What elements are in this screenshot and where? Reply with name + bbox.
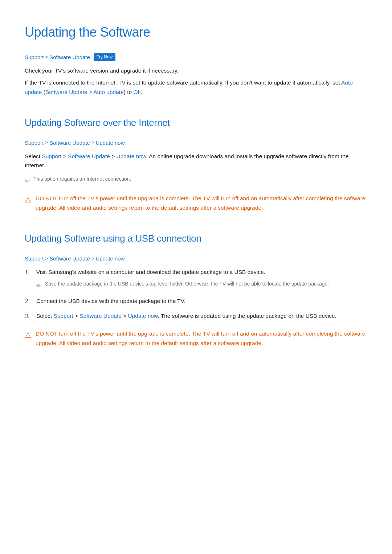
section1-body: Select Support > Software Update > Updat… — [25, 152, 367, 170]
s2-step3-software-update[interactable]: Software Update — [79, 313, 121, 319]
intro-sep-mid: > — [87, 89, 93, 95]
page-title: Updating the Software — [25, 22, 367, 43]
warning-icon-s2: ⚠ — [25, 329, 31, 341]
step-2-content: Connect the USB device with the update p… — [36, 296, 367, 306]
intro-off-link[interactable]: Off — [133, 89, 140, 95]
intro-p2-end: ) to — [124, 89, 134, 95]
step-1-content: Visit Samsung's website on a computer an… — [36, 267, 367, 291]
warning-icon: ⚠ — [25, 194, 31, 206]
section2-breadcrumb: Support > Software Update > Update now — [25, 254, 367, 263]
s2-step3-update-now[interactable]: Update now — [128, 313, 158, 319]
s1-breadcrumb-support[interactable]: Support — [25, 139, 44, 147]
s1-sep2: > — [91, 139, 94, 147]
section1-breadcrumb: Support > Software Update > Update now — [25, 139, 367, 147]
s2-sep2: > — [91, 255, 94, 263]
s2-breadcrumb-software-update[interactable]: Software Update — [49, 254, 90, 263]
step-1-number: 1. — [25, 267, 32, 277]
step-3-content: Select Support > Software Update > Updat… — [36, 311, 367, 321]
step-1: 1. Visit Samsung's website on a computer… — [25, 267, 367, 291]
pencil-icon-s2: ✏ — [36, 281, 41, 291]
s2-step3-sep1: > — [73, 313, 80, 319]
s1-sep1: > — [45, 139, 48, 147]
s1-software-update-link[interactable]: Software Update — [68, 153, 110, 159]
section1-warning: ⚠ DO NOT turn off the TV's power until t… — [25, 194, 367, 212]
step-3: 3. Select Support > Software Update > Up… — [25, 311, 367, 321]
intro-software-update-link[interactable]: Software Update — [45, 89, 87, 95]
s1-sep1: > — [62, 153, 68, 159]
step-1-note: ✏ Save the update package in the USB dev… — [36, 280, 367, 291]
section2-warning: ⚠ DO NOT turn off the TV's power until t… — [25, 329, 367, 348]
step-3-number: 3. — [25, 311, 32, 321]
step-2-number: 2. — [25, 296, 32, 306]
breadcrumb-support[interactable]: Support — [25, 53, 44, 62]
pencil-icon: ✏ — [25, 176, 30, 186]
intro-paragraph2: If the TV is connected to the Internet, … — [25, 78, 367, 97]
try-now-badge[interactable]: Try Now — [94, 53, 115, 61]
s1-body-before: Select — [25, 153, 42, 159]
section2-steps: 1. Visit Samsung's website on a computer… — [25, 267, 367, 321]
intro-paragraph1: Check your TV's software version and upg… — [25, 66, 367, 75]
s2-step3-before: Select — [36, 313, 53, 319]
section1-note-text: This option requires an Internet connect… — [33, 175, 131, 183]
breadcrumb-sep1: > — [45, 53, 48, 61]
section2-title: Updating Software using a USB connection — [25, 231, 367, 246]
s1-update-now-link[interactable]: Update now — [117, 153, 146, 159]
s2-step3-support[interactable]: Support — [53, 313, 73, 319]
section2-warning-text: DO NOT turn off the TV's power until the… — [36, 329, 367, 348]
intro-p2-before: If the TV is connected to the Internet, … — [25, 79, 341, 86]
intro-p2-mid: ( — [42, 89, 45, 95]
section1-title: Updating Software over the Internet — [25, 115, 367, 131]
intro-breadcrumb: Support > Software Update Try Now — [25, 53, 367, 62]
s2-step3-sep2: > — [122, 313, 128, 319]
s1-sep2: > — [110, 153, 117, 159]
s2-breadcrumb-support[interactable]: Support — [25, 254, 44, 263]
s2-step3-after: . The software is updated using the upda… — [158, 313, 336, 319]
section1-note: ✏ This option requires an Internet conne… — [25, 175, 367, 186]
step-1-text: Visit Samsung's website on a computer an… — [36, 269, 265, 275]
breadcrumb-software-update[interactable]: Software Update — [49, 53, 90, 62]
s1-breadcrumb-software-update[interactable]: Software Update — [49, 139, 90, 147]
intro-auto-update-link2[interactable]: Auto update — [93, 89, 124, 95]
intro-period: . — [141, 89, 142, 95]
step-2: 2. Connect the USB device with the updat… — [25, 296, 367, 306]
s2-breadcrumb-update-now[interactable]: Update now — [95, 254, 124, 263]
s1-breadcrumb-update-now[interactable]: Update now — [95, 139, 124, 147]
section1-warning-text: DO NOT turn off the TV's power until the… — [36, 194, 367, 212]
s2-sep1: > — [45, 255, 48, 263]
step-2-text: Connect the USB device with the update p… — [36, 298, 185, 304]
step-1-note-text: Save the update package in the USB devic… — [45, 280, 329, 288]
s1-support-link[interactable]: Support — [42, 153, 61, 159]
